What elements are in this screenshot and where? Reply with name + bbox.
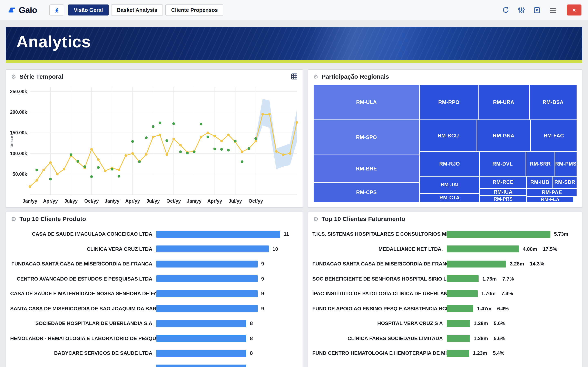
svg-text:Jan/yy: Jan/yy <box>105 198 120 204</box>
panel-header: ⚙ Top 10 Cliente Produto <box>6 212 303 225</box>
svg-text:Oct/yy: Oct/yy <box>84 198 99 204</box>
treemap-tile-rm-fla[interactable]: RM-FLA <box>527 197 574 202</box>
bar[interactable] <box>156 350 246 357</box>
bar[interactable] <box>447 275 479 282</box>
bar-row: SOCIEDADE HOSPITALAR DE UBERLANDIA S.A8 <box>6 316 303 331</box>
bar[interactable] <box>156 320 246 327</box>
assistant-icon-button[interactable] <box>49 4 64 16</box>
produto-bar-chart: CASA DE SAUDE IMACULADA CONCEICAO LTDA11… <box>6 225 303 367</box>
svg-text:Jul/yy: Jul/yy <box>228 198 242 204</box>
bar-label: CASA DE SAUDE E MATERNIDADE NOSSA SENHOR… <box>10 291 156 297</box>
panel-header: ⚙ Série Temporal <box>6 70 303 83</box>
bar-value: 1.70m <box>481 291 495 297</box>
treemap-tile-rm-cps[interactable]: RM-CPS <box>313 183 420 202</box>
treemap-tile-rm-gna[interactable]: RM-GNA <box>477 120 531 152</box>
bar[interactable] <box>156 305 258 312</box>
treemap-tile-rm-rjo[interactable]: RM-RJO <box>420 151 479 176</box>
treemap-tile-rm-rpo[interactable]: RM-RPO <box>420 85 478 120</box>
bar-value: 1.28m <box>474 321 488 326</box>
bar-track: 1.28m5.6% <box>447 320 576 327</box>
treemap-tile-rm-prs[interactable]: RM-PRS <box>479 196 527 202</box>
panel-header: ⚙ Top 10 Clientes Faturamento <box>308 212 582 225</box>
bar[interactable] <box>447 335 470 342</box>
bar-label: BABYCARE SERVICOS DE SAUDE LTDA <box>10 350 156 356</box>
panel-settings-icon[interactable]: ⚙ <box>11 216 16 222</box>
bar-row: CLINICA VERA CRUZ LTDA10 <box>6 242 303 257</box>
svg-text:Jan/yy: Jan/yy <box>23 198 37 204</box>
table-view-icon[interactable] <box>291 73 298 80</box>
bar-label: SANTA CASA DE MISERICORDIA DE SAO JOAQUI… <box>10 306 156 312</box>
svg-text:250.00k: 250.00k <box>10 89 27 94</box>
bar[interactable] <box>447 290 477 297</box>
bar-value: 1.76m <box>482 276 497 282</box>
svg-text:Oct/yy: Oct/yy <box>166 198 181 204</box>
bar-percent: 6.4% <box>497 306 509 312</box>
treemap-tile-rm-ura[interactable]: RM-URA <box>478 85 529 120</box>
bar[interactable] <box>447 305 474 312</box>
treemap-tile-rm-iub[interactable]: RM-IUB <box>527 176 553 188</box>
panel-settings-icon[interactable]: ⚙ <box>313 216 318 222</box>
bar[interactable] <box>156 290 258 297</box>
bar[interactable] <box>156 246 269 253</box>
treemap-tile-rm-rce[interactable]: RM-RCE <box>479 176 527 188</box>
treemap-tile-rm-sdr[interactable]: RM-SDR <box>553 176 577 188</box>
hamburger-menu-icon <box>549 6 557 14</box>
treemap-tile-rm-ula[interactable]: RM-ULA <box>313 85 420 120</box>
treemap-tile-rm-pms[interactable]: RM-PMS <box>555 151 577 176</box>
bar-percent: 5.6% <box>494 321 505 326</box>
tab-cliente-propensos[interactable]: Cliente Propensos <box>165 4 224 16</box>
treemap-tile-rm-iua[interactable]: RM-IUA <box>479 188 527 196</box>
treemap-tile-rm-fac[interactable]: RM-FAC <box>531 120 577 152</box>
treemap-tile-rm-dvl[interactable]: RM-DVL <box>479 151 526 176</box>
bar[interactable] <box>447 261 506 267</box>
svg-text:Jan/yy: Jan/yy <box>187 198 201 204</box>
bar-value: 9 <box>261 276 264 282</box>
expand-icon <box>533 6 541 14</box>
panel-settings-icon[interactable]: ⚙ <box>313 74 318 79</box>
panel-settings-icon[interactable]: ⚙ <box>11 74 16 79</box>
bar[interactable] <box>156 275 258 282</box>
bar[interactable] <box>156 261 258 267</box>
bar[interactable] <box>156 231 280 238</box>
bar-track: 8 <box>156 320 297 327</box>
close-button[interactable]: × <box>567 4 581 16</box>
menu-button[interactable] <box>549 6 557 14</box>
treemap-tile-rm-cta[interactable]: RM-CTA <box>420 193 479 202</box>
svg-text:Apr/yy: Apr/yy <box>43 198 58 204</box>
bar[interactable] <box>447 320 470 327</box>
bar-track: 3.28m14.3% <box>447 261 576 267</box>
bar-row: SANTA CASA DE MISERICORDIA DE SAO JOAQUI… <box>6 301 303 316</box>
panel-title: Participação Regionais <box>321 73 389 80</box>
treemap-tile-rm-jai[interactable]: RM-JAI <box>420 176 479 193</box>
bar[interactable] <box>156 365 246 367</box>
bar-track: 4.00m17.5% <box>447 246 576 253</box>
refresh-button[interactable] <box>502 6 510 14</box>
bar-value: 8 <box>250 350 253 356</box>
treemap-tile-rm-bsa[interactable]: RM-BSA <box>529 85 577 120</box>
bar[interactable] <box>156 335 246 342</box>
bar-label: CLINICA VERA CRUZ LTDA <box>10 246 156 252</box>
bar-label: T.K.S. SISTEMAS HOSPITALARES E CONSULTOR… <box>312 231 447 237</box>
bar[interactable] <box>447 246 519 253</box>
treemap-tile-rm-srr[interactable]: RM-SRR <box>526 151 555 176</box>
treemap-tile-rm-spo[interactable]: RM-SPO <box>313 120 420 155</box>
bar-value: 3.28m <box>510 261 524 267</box>
bar-label: SOCIEDADE HOSPITALAR DE UBERLANDIA S.A <box>10 321 156 326</box>
topbar: Gaio Visão Geral Basket Analysis Cliente… <box>0 0 588 20</box>
bar[interactable] <box>447 350 469 357</box>
bar[interactable] <box>447 231 550 238</box>
expand-button[interactable] <box>533 6 541 14</box>
treemap-tile-rm-bhe[interactable]: RM-BHE <box>313 155 420 183</box>
svg-text:Oct/yy: Oct/yy <box>249 198 263 204</box>
panel-header: ⚙ Participação Regionais <box>308 70 582 83</box>
tab-visao-geral[interactable]: Visão Geral <box>68 4 109 16</box>
panel-participacao-regionais: ⚙ Participação Regionais RM-ULARM-SPORM-… <box>308 69 582 208</box>
treemap-tile-rm-bcu[interactable]: RM-BCU <box>420 120 477 152</box>
treemap-tile-rm-pae[interactable]: RM-PAE <box>527 188 577 197</box>
tab-basket-analysis[interactable]: Basket Analysis <box>111 4 163 16</box>
app-logo: Gaio <box>7 5 37 15</box>
sliders-icon <box>518 6 525 14</box>
forecast-line <box>30 114 297 187</box>
svg-text:200.00k: 200.00k <box>10 109 27 115</box>
filters-button[interactable] <box>518 6 525 14</box>
